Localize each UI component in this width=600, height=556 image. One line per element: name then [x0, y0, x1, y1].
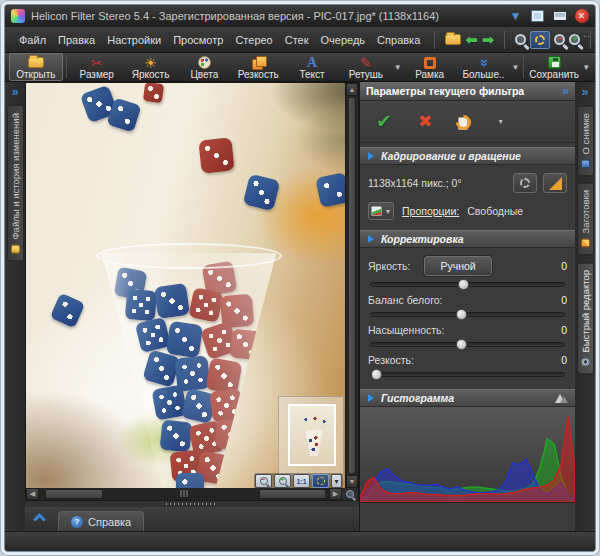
letter-a-icon: A [307, 56, 317, 70]
scroll-up-icon[interactable]: ▲ [346, 83, 358, 96]
vertical-scroll-thumb[interactable] [348, 97, 356, 474]
menu-stereo[interactable]: Стерео [229, 31, 278, 49]
open-folder-icon[interactable] [445, 30, 461, 50]
retouch-button[interactable]: ✎ Ретушь [339, 53, 393, 81]
apply-check-icon[interactable]: ✔ [376, 110, 392, 133]
photo-info-icon [581, 159, 590, 168]
cancel-cross-icon[interactable]: ✖ [418, 111, 432, 132]
slider-thumb[interactable] [371, 369, 382, 380]
close-icon[interactable]: ✕ [574, 10, 589, 23]
horizontal-scroll-thumb[interactable] [259, 489, 326, 499]
text-button[interactable]: A Текст [285, 53, 339, 81]
save-dropdown-caret[interactable]: ▼ [582, 63, 590, 72]
floppy-icon [548, 56, 561, 70]
zoom-actual-icon[interactable] [515, 30, 526, 50]
slider-thumb[interactable] [456, 339, 467, 350]
zoom-actual-button[interactable]: 1:1 [293, 474, 310, 488]
rotate-button[interactable] [513, 173, 537, 193]
brightness-value: 0 [561, 260, 567, 272]
sharpness-slider[interactable] [370, 372, 565, 377]
separator [523, 56, 524, 78]
histogram-chart [360, 407, 575, 503]
sharpness-button[interactable]: Резкость [231, 53, 285, 81]
scroll-grip[interactable] [181, 490, 188, 497]
forward-arrow-icon[interactable]: ➡ [482, 30, 495, 50]
slider-thumb[interactable] [456, 309, 467, 320]
scroll-right-icon[interactable]: ▶ [329, 488, 342, 500]
undo-icon[interactable] [458, 115, 471, 128]
expand-right-panel-icon[interactable]: » [582, 85, 589, 99]
brightness-button[interactable]: ☀ Яркость [124, 53, 178, 81]
saturation-slider[interactable] [370, 342, 565, 347]
menu-settings[interactable]: Настройки [101, 31, 167, 49]
section-histogram-header[interactable]: Гистограмма [360, 389, 575, 407]
sharpen-icon [252, 56, 265, 70]
menu-queue[interactable]: Очередь [315, 31, 372, 49]
zoom-in-button[interactable]: + [274, 474, 291, 488]
resize-button[interactable]: ✂ Размер [70, 53, 124, 81]
vertical-scrollbar[interactable]: ▲ ▼ [345, 83, 358, 488]
more-button[interactable]: » Больше.. [457, 53, 511, 81]
tab-about-photo[interactable]: О снимке [577, 105, 594, 176]
fullscreen-icon[interactable] [552, 10, 567, 23]
sharpness-value: 0 [561, 354, 567, 366]
menu-help[interactable]: Справка [371, 31, 426, 49]
frame-button[interactable]: Рамка [403, 53, 457, 81]
more-dropdown-caret[interactable]: ▼ [511, 63, 519, 72]
retouch-dropdown-caret[interactable]: ▼ [394, 63, 402, 72]
pan-tool-icon[interactable] [342, 488, 358, 500]
zoom-options-caret[interactable]: ▼ [331, 474, 342, 488]
colors-button[interactable]: Цвета [177, 53, 231, 81]
section-adjust-body: Яркость: Ручной 0 Баланс белого: 0 Насыщ… [360, 248, 575, 385]
collapse-panel-icon[interactable]: » [562, 84, 569, 98]
section-crop-header[interactable]: Кадрирование и вращение [360, 147, 575, 165]
tab-quick-editor[interactable]: Быстрый редактор [577, 262, 594, 374]
zoom-fit-icon[interactable] [530, 30, 550, 50]
minimize-icon[interactable]: ▼ [508, 10, 523, 23]
double-chevron-icon: » [476, 58, 490, 66]
die [143, 83, 164, 103]
tab-presets[interactable]: Заготовки [577, 182, 594, 255]
horizontal-scroll-track[interactable] [39, 488, 329, 500]
horizontal-scroll-thumb[interactable] [45, 489, 103, 499]
zoom-fit-button[interactable] [312, 474, 329, 488]
tab-files-history[interactable]: Файлы и история изменений [7, 105, 24, 262]
brightness-slider[interactable] [370, 282, 565, 287]
die [243, 174, 281, 212]
window-title: Helicon Filter Stereo 5.4 - Зарегистриро… [31, 10, 502, 22]
manual-mode-button[interactable]: Ручной [424, 256, 491, 276]
navigator-thumbnail[interactable] [278, 396, 344, 480]
help-tab[interactable]: ? Справка [58, 511, 144, 531]
titlebar: Helicon Filter Stereo 5.4 - Зарегистриро… [5, 5, 595, 27]
workspace: » Файлы и история изменений [5, 82, 595, 531]
open-button[interactable]: Открыть [9, 53, 63, 81]
toolbar-overflow[interactable]: .. [583, 28, 591, 39]
zoom-out-icon[interactable]: − [554, 30, 565, 50]
scroll-left-icon[interactable]: ◀ [26, 488, 39, 500]
expand-left-panel-icon[interactable]: » [12, 85, 19, 99]
save-button[interactable]: Сохранить [527, 53, 581, 81]
sun-icon: ☀ [144, 56, 157, 70]
proportions-link[interactable]: Пропорции: [402, 205, 459, 217]
straighten-button[interactable] [543, 173, 567, 193]
die [154, 283, 190, 319]
scroll-down-icon[interactable]: ▼ [346, 475, 358, 488]
menu-edit[interactable]: Правка [52, 31, 101, 49]
photo-canvas[interactable]: − + 1:1 ▼ [26, 83, 345, 488]
proportions-preset-button[interactable]: ▼ [368, 202, 394, 220]
back-arrow-icon[interactable]: ⬅ [465, 30, 478, 50]
navigator-view-rect[interactable] [288, 404, 336, 466]
white-balance-slider[interactable] [370, 312, 565, 317]
zoom-out-button[interactable]: − [255, 474, 272, 488]
section-adjust-header[interactable]: Корректировка [360, 230, 575, 248]
menu-view[interactable]: Просмотр [167, 31, 229, 49]
horizontal-scrollbar[interactable]: ◀ ▶ [25, 488, 359, 501]
collapse-help-icon[interactable] [33, 513, 46, 526]
undo-dropdown-caret[interactable]: ▼ [497, 118, 504, 125]
menu-stack[interactable]: Стек [279, 31, 315, 49]
histogram-mode-icon[interactable] [555, 393, 567, 403]
maximize-icon[interactable] [530, 10, 545, 23]
slider-thumb[interactable] [458, 279, 469, 290]
menu-file[interactable]: Файл [13, 31, 52, 49]
zoom-in-icon[interactable]: + [569, 30, 580, 50]
